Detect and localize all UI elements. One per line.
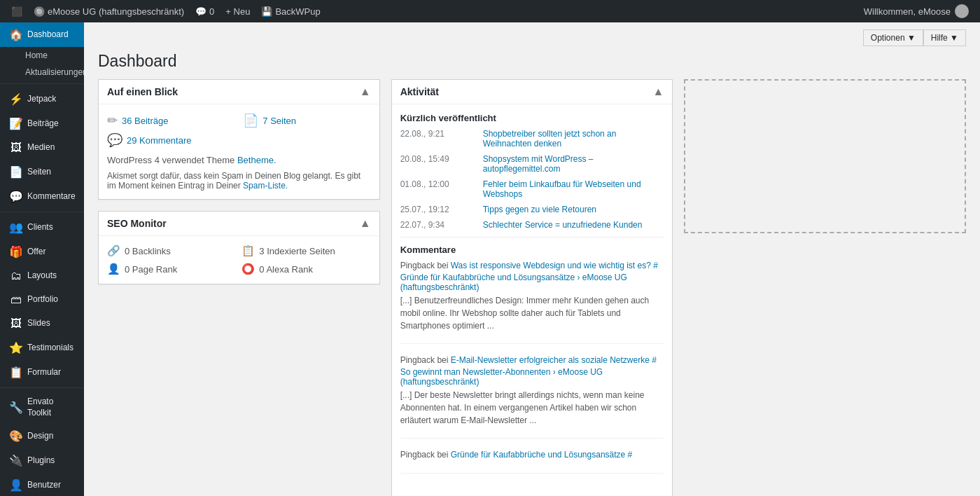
pagerank-item: 👤 0 Page Rank [107, 263, 236, 275]
edit-icon: ✏ [107, 113, 118, 128]
comments-btn[interactable]: 💬 0 [190, 0, 220, 22]
admin-menu: 🏠 Dashboard Home Aktualisierungen ⚡ Jetp… [0, 22, 84, 496]
beitraege-link[interactable]: 36 Beiträge [122, 116, 169, 126]
sidebar-item-layouts[interactable]: 🗂 Layouts [0, 264, 84, 288]
left-column: Auf einen Blick ▲ ✏ 36 Beiträge 📄 7 Seit… [98, 79, 380, 496]
activity-post-3-link[interactable]: Tipps gegen zu viele Retouren [483, 205, 664, 214]
auf-einen-blick-toggle[interactable]: ▲ [360, 85, 371, 98]
activity-post-4-link[interactable]: Schlechter Service = unzufriedene Kunden [483, 220, 664, 230]
wp-logo[interactable]: ⬛ [6, 0, 28, 22]
auf-einen-blick-header: Auf einen Blick ▲ [99, 80, 379, 104]
theme-link[interactable]: Betheme. [237, 155, 276, 165]
comment-from-1: So gewinnt man Newsletter-Abonnenten › e… [400, 367, 664, 387]
sidebar-item-benutzer[interactable]: 👤 Benutzer [0, 473, 84, 496]
menu-separator-1 [0, 83, 84, 84]
activity-post-1: 20.08., 15:49 Shopsystem mit WordPress –… [400, 154, 664, 174]
auf-einen-blick-title: Auf einen Blick [107, 86, 178, 97]
wp-icon: ⬛ [11, 6, 22, 17]
comment-0-link[interactable]: Was ist responsive Webdesign und wie wic… [451, 261, 658, 270]
alexa-item: ⭕ 0 Alexa Rank [241, 263, 370, 275]
clients-icon: 👥 [9, 221, 23, 234]
activity-post-0: 22.08., 9:21 Shopbetreiber sollten jetzt… [400, 129, 664, 149]
comment-1-link[interactable]: E-Mail-Newsletter erfolgreicher als sozi… [451, 355, 657, 365]
design-icon: 🎨 [9, 429, 23, 443]
activity-post-2-link[interactable]: Fehler beim Linkaufbau für Webseiten und… [483, 179, 664, 199]
comment-from-0: Gründe für Kaufabbrüche und Lösungsansät… [400, 273, 664, 292]
comment-1-from-link[interactable]: So gewinnt man Newsletter-Abonnenten › e… [400, 367, 603, 387]
backwpup-icon: 💾 [261, 6, 272, 17]
comment-0-from-link[interactable]: Gründe für Kaufabbrüche und Lösungsansät… [400, 273, 627, 292]
benutzer-icon: 👤 [9, 478, 23, 492]
formular-icon: 📋 [9, 366, 23, 379]
activity-post-0-link[interactable]: Shopbetreiber sollten jetzt schon an Wei… [483, 129, 664, 149]
activity-post-4: 22.07., 9:34 Schlechter Service = unzufr… [400, 220, 664, 230]
hilfe-button[interactable]: Hilfe ▼ [923, 29, 966, 46]
new-btn[interactable]: + Neu [220, 0, 255, 22]
comment-pingback-1: Pingback bei E-Mail-Newsletter erfolgrei… [400, 355, 664, 365]
page-title: Dashboard [98, 52, 966, 71]
site-name[interactable]: 🔘 eMoose UG (haftungsbeschränkt) [28, 0, 190, 22]
admin-bar: ⬛ 🔘 eMoose UG (haftungsbeschränkt) 💬 0 +… [0, 0, 980, 22]
comment-item-0: Pingback bei Was ist responsive Webdesig… [400, 261, 664, 344]
seo-monitor-content: 🔗 0 Backlinks 📋 3 Indexierte Seiten 👤 0 … [99, 236, 379, 284]
comment-item-2: Pingback bei Gründe für Kaufabbrüche und… [400, 450, 664, 474]
right-placeholder-widget [684, 79, 966, 233]
sidebar-item-seiten[interactable]: 📄 Seiten [0, 160, 84, 184]
activity-post-3: 25.07., 19:12 Tipps gegen zu viele Retou… [400, 205, 664, 214]
kommentare-link[interactable]: 29 Kommentare [127, 135, 192, 146]
aktivitaet-toggle[interactable]: ▲ [652, 85, 664, 98]
menu-separator-3 [0, 387, 84, 388]
sidebar-item-medien[interactable]: 🖼 Medien [0, 136, 84, 160]
middle-column: Aktivität ▲ Kürzlich veröffentlicht 22.0… [391, 79, 673, 496]
dashboard-grid: Auf einen Blick ▲ ✏ 36 Beiträge 📄 7 Seit… [98, 79, 966, 496]
aktivitaet-title: Aktivität [400, 86, 439, 97]
sidebar-item-envato[interactable]: 🔧 Envato Toolkit [0, 391, 84, 424]
kommentare-title: Kommentare [400, 244, 664, 255]
sidebar-item-offer[interactable]: 🎁 Offer [0, 240, 84, 264]
seo-grid: 🔗 0 Backlinks 📋 3 Indexierte Seiten 👤 0 … [107, 244, 371, 275]
screen-options-bar: Optionen ▼ Hilfe ▼ [98, 29, 966, 46]
beitraege-count: ✏ 36 Beiträge [107, 113, 234, 128]
comment-body-0: [...] Benutzerfreundliches Design: Immer… [400, 294, 664, 332]
sidebar-item-plugins[interactable]: 🔌 Plugins [0, 448, 84, 473]
seo-monitor-title: SEO Monitor [107, 218, 167, 229]
seiten-link[interactable]: 7 Seiten [262, 116, 296, 126]
optionen-button[interactable]: Optionen ▼ [863, 29, 923, 46]
seo-monitor-widget: SEO Monitor ▲ 🔗 0 Backlinks 📋 3 Indexier… [98, 211, 380, 284]
spam-link[interactable]: Spam-Liste. [243, 181, 288, 191]
portfolio-icon: 🗃 [9, 294, 23, 306]
menu-separator-2 [0, 212, 84, 212]
comment-item-1: Pingback bei E-Mail-Newsletter erfolgrei… [400, 355, 664, 439]
comment-2-link[interactable]: Gründe für Kaufabbrüche und Lösungsansät… [451, 450, 633, 460]
kommentare-icon: 💬 [9, 190, 23, 203]
comment-icon-glance: 💬 [107, 132, 122, 148]
user-avatar [955, 4, 969, 18]
backwpup-btn[interactable]: 💾 BackWPup [255, 0, 326, 22]
sidebar-item-portfolio[interactable]: 🗃 Portfolio [0, 288, 84, 312]
sidebar-item-testimonials[interactable]: ⭐ Testimonials [0, 336, 84, 360]
seo-monitor-toggle[interactable]: ▲ [360, 217, 371, 230]
sidebar-item-formular[interactable]: 📋 Formular [0, 360, 84, 385]
activity-post-1-link[interactable]: Shopsystem mit WordPress – autopflegemit… [483, 154, 664, 174]
sidebar-item-jetpack[interactable]: ⚡ Jetpack [0, 87, 84, 111]
theme-line: WordPress 4 verwendet Theme Betheme. [107, 155, 371, 165]
beitraege-icon: 📝 [9, 117, 23, 130]
sidebar-subitem-home[interactable]: Home [0, 47, 84, 64]
sidebar-item-kommentare[interactable]: 💬 Kommentare [0, 184, 84, 209]
plugins-icon: 🔌 [9, 454, 23, 467]
dashboard-icon: 🏠 [9, 28, 23, 41]
medien-icon: 🖼 [9, 142, 23, 154]
seiten-icon: 📄 [9, 165, 23, 179]
sidebar-subitem-aktualisierungen[interactable]: Aktualisierungen [0, 64, 84, 81]
sidebar-item-beitraege[interactable]: 📝 Beiträge [0, 111, 84, 136]
page-icon: 📄 [243, 113, 258, 128]
testimonials-icon: ⭐ [9, 341, 23, 354]
sidebar-item-slides[interactable]: 🖼 Slides [0, 312, 84, 336]
comment-pingback-2: Pingback bei Gründe für Kaufabbrüche und… [400, 450, 664, 460]
sidebar-item-design[interactable]: 🎨 Design [0, 424, 84, 448]
auf-einen-blick-widget: Auf einen Blick ▲ ✏ 36 Beiträge 📄 7 Seit… [98, 79, 380, 200]
sidebar-item-dashboard[interactable]: 🏠 Dashboard [0, 22, 84, 47]
sidebar-item-clients[interactable]: 👥 Clients [0, 215, 84, 240]
welcome-text: Willkommen, eMoose [858, 4, 974, 18]
layouts-icon: 🗂 [9, 270, 23, 282]
